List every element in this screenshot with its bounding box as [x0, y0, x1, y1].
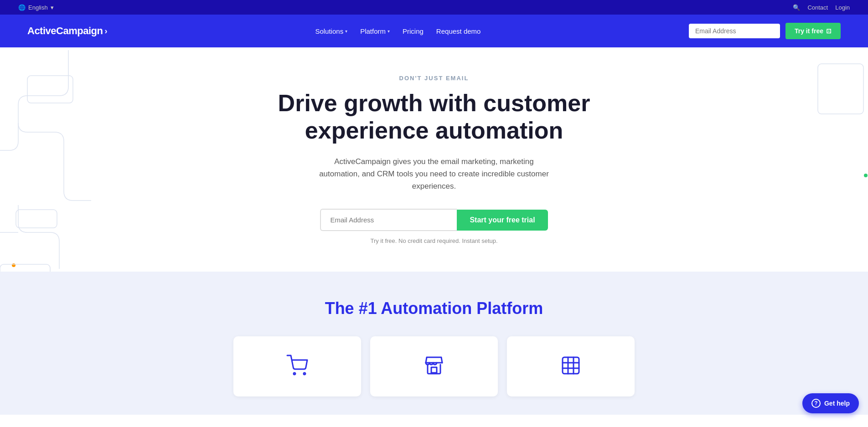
svg-point-8 [304, 373, 305, 375]
svg-point-7 [294, 373, 295, 375]
hero-eyebrow: DON'T JUST EMAIL [399, 75, 469, 82]
platform-card-0 [233, 336, 361, 396]
hero-subtitle: ActiveCampaign gives you the email marke… [315, 155, 553, 193]
search-icon[interactable]: 🔍 [793, 4, 800, 11]
svg-rect-5 [818, 64, 863, 114]
circuit-decoration-left [0, 47, 91, 272]
contact-link[interactable]: Contact [807, 4, 828, 11]
svg-rect-3 [0, 264, 50, 272]
nav-pricing[interactable]: Pricing [403, 27, 424, 35]
platform-card-icon-2 [560, 355, 582, 378]
logo-text: ActiveCampaign [27, 25, 103, 37]
platform-section: The #1 Automation Platform [0, 272, 868, 415]
try-free-icon: ⊡ [826, 27, 832, 35]
circuit-decoration-right [813, 47, 868, 272]
platform-card-1 [370, 336, 498, 396]
hero-title: Drive growth with customer experience au… [274, 90, 594, 144]
language-label: English [28, 4, 48, 11]
help-circle-icon: ? [811, 399, 821, 408]
hero-section: DON'T JUST EMAIL Drive growth with custo… [0, 47, 868, 272]
platform-chevron-icon: ▾ [388, 29, 390, 34]
get-help-button[interactable]: ? Get help [802, 393, 859, 413]
nav-request-demo[interactable]: Request demo [436, 27, 481, 35]
svg-rect-4 [16, 210, 57, 228]
svg-rect-2 [27, 76, 73, 103]
globe-icon: 🌐 [18, 4, 26, 11]
hero-email-input[interactable] [320, 209, 457, 231]
svg-point-1 [12, 263, 16, 267]
login-link[interactable]: Login [835, 4, 850, 11]
language-selector[interactable]: 🌐 English ▾ [18, 4, 54, 11]
nav-platform[interactable]: Platform ▾ [360, 27, 390, 35]
nav-try-free-button[interactable]: Try it free ⊡ [785, 23, 841, 39]
platform-title: The #1 Automation Platform [18, 299, 850, 318]
main-nav: ActiveCampaign › Solutions ▾ Platform ▾ … [0, 15, 868, 47]
hero-cta-button[interactable]: Start your free trial [457, 210, 548, 231]
nav-solutions[interactable]: Solutions ▾ [315, 27, 347, 35]
solutions-chevron-icon: ▾ [345, 29, 347, 34]
platform-card-2 [507, 336, 635, 396]
svg-point-6 [864, 174, 868, 177]
nav-email-input[interactable] [689, 24, 780, 38]
platform-cards [18, 336, 850, 396]
top-bar-links: 🔍 Contact Login [793, 4, 850, 11]
get-help-label: Get help [824, 400, 850, 407]
svg-rect-9 [431, 367, 437, 373]
nav-actions: Try it free ⊡ [689, 23, 841, 39]
top-bar: 🌐 English ▾ 🔍 Contact Login [0, 0, 868, 15]
logo-link[interactable]: ActiveCampaign › [27, 25, 107, 37]
nav-links: Solutions ▾ Platform ▾ Pricing Request d… [107, 27, 689, 35]
platform-card-icon-1 [423, 355, 445, 378]
platform-card-icon-0 [286, 355, 308, 378]
hero-disclaimer: Try it free. No credit card required. In… [370, 237, 497, 244]
chevron-down-icon: ▾ [51, 4, 54, 11]
hero-form: Start your free trial [320, 209, 548, 231]
svg-rect-10 [563, 357, 579, 374]
